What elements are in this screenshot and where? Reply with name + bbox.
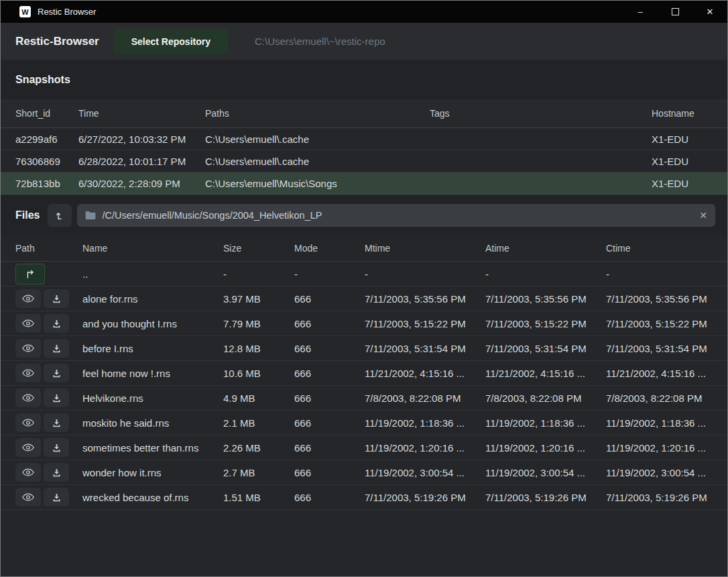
snapshot-paths: C:\Users\emuell\.cache xyxy=(205,134,430,145)
close-button[interactable]: ✕ xyxy=(692,1,727,23)
file-atime: 11/19/2002, 1:18:36 ... xyxy=(485,417,606,429)
table-row: wonder how it.rns 2.7 MB 666 11/19/2002,… xyxy=(1,460,727,485)
download-button[interactable] xyxy=(44,438,69,457)
download-button[interactable] xyxy=(44,463,69,482)
page-title: Restic-Browser xyxy=(15,35,99,48)
file-mode: 666 xyxy=(294,392,365,404)
snapshot-time: 6/28/2022, 10:01:17 PM xyxy=(78,156,205,167)
file-ctime: 7/11/2003, 5:15:22 PM xyxy=(606,318,713,329)
snapshot-row[interactable]: a2299af6 6/27/2022, 10:03:32 PM C:\Users… xyxy=(1,128,727,150)
snapshot-time: 6/30/2022, 2:28:09 PM xyxy=(78,178,205,189)
eye-icon xyxy=(22,468,34,477)
preview-button[interactable] xyxy=(15,388,41,407)
preview-button[interactable] xyxy=(15,488,41,507)
file-size: 2.7 MB xyxy=(223,467,294,478)
preview-button[interactable] xyxy=(15,364,41,382)
arrow-up-right-icon xyxy=(25,269,36,279)
file-name: wrecked because of.rns xyxy=(82,492,223,503)
snapshot-row-selected[interactable]: 72b813bb 6/30/2022, 2:28:09 PM C:\Users\… xyxy=(1,172,727,195)
file-mtime: 7/11/2003, 5:31:54 PM xyxy=(365,343,485,354)
file-ctime: 11/21/2002, 4:15:16 ... xyxy=(606,368,713,379)
snapshot-row[interactable]: 76306869 6/28/2022, 10:01:17 PM C:\Users… xyxy=(1,150,727,172)
snapshot-hostname: X1-EDU xyxy=(652,156,713,167)
download-button[interactable] xyxy=(44,314,69,333)
preview-button[interactable] xyxy=(15,339,41,358)
download-icon xyxy=(52,393,62,403)
preview-button[interactable] xyxy=(15,463,41,482)
preview-button[interactable] xyxy=(15,413,41,432)
files-section-header: Files /C/Users/emuell/Music/Songs/2004_H… xyxy=(1,195,727,235)
row-actions xyxy=(15,488,82,507)
download-icon xyxy=(52,418,62,428)
file-size: - xyxy=(223,268,294,280)
snapshot-paths: C:\Users\emuell\Music\Songs xyxy=(205,178,430,189)
file-atime: 7/11/2003, 5:19:26 PM xyxy=(485,492,606,503)
file-name[interactable]: .. xyxy=(82,268,223,280)
eye-icon xyxy=(22,319,34,328)
app-header: Restic-Browser Select Repository C:\User… xyxy=(1,23,727,60)
download-button[interactable] xyxy=(44,388,69,407)
table-row: sometimes better than.rns 2.26 MB 666 11… xyxy=(1,435,727,460)
file-ctime: 7/11/2003, 5:31:54 PM xyxy=(606,343,713,354)
table-row: before I.rns 12.8 MB 666 7/11/2003, 5:31… xyxy=(1,336,727,361)
row-actions xyxy=(15,264,82,284)
maximize-button[interactable] xyxy=(658,1,692,23)
parent-directory-row: .. - - - - - xyxy=(1,262,727,286)
download-button[interactable] xyxy=(44,488,69,507)
maximize-icon xyxy=(672,8,679,15)
preview-button[interactable] xyxy=(15,289,41,308)
app-window: W Restic Browser – ✕ Restic-Browser Sele… xyxy=(0,0,728,577)
snapshots-title: Snapshots xyxy=(15,74,70,86)
file-mode: 666 xyxy=(294,442,365,454)
download-icon xyxy=(52,368,62,378)
clear-path-button[interactable]: ✕ xyxy=(699,210,707,221)
eye-icon xyxy=(22,344,34,353)
download-button[interactable] xyxy=(44,289,69,308)
file-ctime: 7/8/2003, 8:22:08 PM xyxy=(606,392,713,404)
select-repository-button[interactable]: Select Repository xyxy=(114,29,228,54)
download-button[interactable] xyxy=(44,364,69,382)
col-paths: Paths xyxy=(205,108,430,119)
file-mtime: 7/11/2003, 5:19:26 PM xyxy=(365,492,485,503)
row-actions xyxy=(15,289,82,308)
download-icon xyxy=(52,294,62,304)
download-button[interactable] xyxy=(44,413,69,432)
go-up-button[interactable] xyxy=(48,204,72,227)
file-name: feel home now !.rns xyxy=(82,368,223,379)
eye-icon xyxy=(22,393,34,403)
file-ctime: 7/11/2003, 5:19:26 PM xyxy=(606,492,713,503)
file-atime: 7/11/2003, 5:35:56 PM xyxy=(485,293,606,305)
col-hostname: Hostname xyxy=(652,108,713,119)
row-actions xyxy=(15,388,82,407)
preview-button[interactable] xyxy=(15,314,41,333)
file-name: before I.rns xyxy=(82,343,223,354)
row-actions xyxy=(15,413,82,432)
file-size: 1.51 MB xyxy=(223,492,294,503)
download-button[interactable] xyxy=(44,339,69,358)
download-icon xyxy=(52,468,62,478)
snapshot-short-id: 72b813bb xyxy=(15,178,78,189)
file-ctime: - xyxy=(606,268,713,280)
file-mtime: 7/11/2003, 5:15:22 PM xyxy=(365,318,485,329)
preview-button[interactable] xyxy=(15,438,41,457)
file-mode: 666 xyxy=(294,293,365,305)
file-size: 12.8 MB xyxy=(223,343,294,354)
minimize-button[interactable]: – xyxy=(623,1,658,23)
snapshots-section-header: Snapshots xyxy=(1,60,727,99)
row-actions xyxy=(15,314,82,333)
col-ctime: Ctime xyxy=(606,243,713,254)
current-path-input[interactable]: /C/Users/emuell/Music/Songs/2004_Helveti… xyxy=(77,204,715,227)
file-atime: 7/8/2003, 8:22:08 PM xyxy=(485,392,606,404)
file-atime: - xyxy=(485,268,606,280)
download-icon xyxy=(52,492,62,503)
file-mode: 666 xyxy=(294,467,365,478)
download-icon xyxy=(52,319,62,329)
snapshot-hostname: X1-EDU xyxy=(652,178,713,189)
table-row: Helvikone.rns 4.9 MB 666 7/8/2003, 8:22:… xyxy=(1,386,727,411)
file-size: 4.9 MB xyxy=(223,392,294,404)
file-mtime: 7/11/2003, 5:35:56 PM xyxy=(365,293,485,305)
go-parent-button[interactable] xyxy=(15,264,45,284)
file-mode: 666 xyxy=(294,492,365,503)
file-size: 2.26 MB xyxy=(223,442,294,454)
col-mtime: Mtime xyxy=(365,243,485,254)
